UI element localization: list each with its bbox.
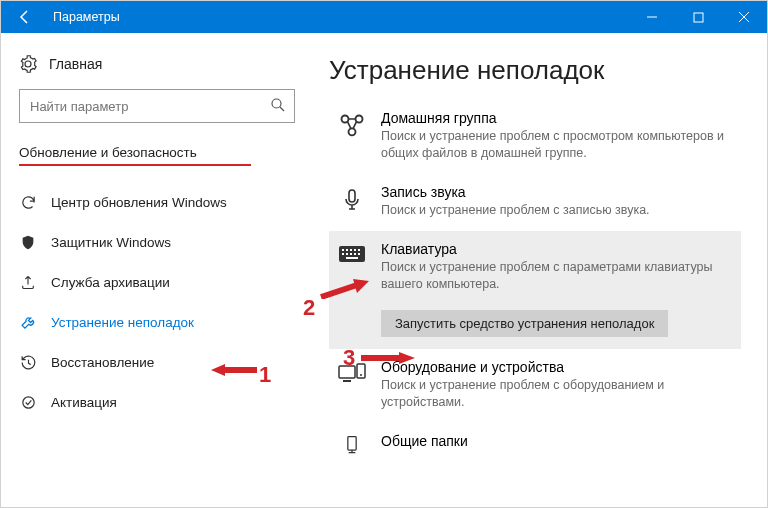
microphone-icon xyxy=(337,186,367,216)
svg-point-6 xyxy=(22,396,33,407)
tile-title: Запись звука xyxy=(381,184,729,200)
wrench-icon xyxy=(19,314,37,331)
tile-title: Оборудование и устройства xyxy=(381,359,729,375)
svg-rect-16 xyxy=(358,249,360,251)
home-label: Главная xyxy=(49,56,102,72)
sync-icon xyxy=(19,194,37,211)
annotation-3: 3 xyxy=(343,345,355,371)
svg-rect-14 xyxy=(350,249,352,251)
titlebar: Параметры xyxy=(1,1,767,33)
svg-rect-21 xyxy=(358,253,360,255)
nav-activation[interactable]: Активация xyxy=(19,382,295,422)
svg-rect-12 xyxy=(342,249,344,251)
svg-line-30 xyxy=(321,285,357,297)
svg-rect-22 xyxy=(346,257,358,259)
annotation-arrow-3 xyxy=(359,350,415,366)
tile-desc: Поиск и устранение проблем с просмотром … xyxy=(381,128,729,162)
svg-rect-17 xyxy=(342,253,344,255)
svg-marker-29 xyxy=(211,364,225,376)
nav-label: Восстановление xyxy=(51,355,154,370)
annotation-underline xyxy=(19,164,251,166)
search-box[interactable] xyxy=(19,89,295,123)
svg-rect-27 xyxy=(348,437,356,450)
homegroup-icon xyxy=(337,112,367,142)
svg-rect-24 xyxy=(343,380,351,382)
tile-title: Общие папки xyxy=(381,433,729,449)
tile-homegroup[interactable]: Домашняя группа Поиск и устранение пробл… xyxy=(329,100,741,174)
minimize-button[interactable] xyxy=(629,1,675,33)
nav-windows-update[interactable]: Центр обновления Windows xyxy=(19,182,295,222)
svg-point-9 xyxy=(349,128,356,135)
tile-audio-record[interactable]: Запись звука Поиск и устранение проблем … xyxy=(329,174,741,231)
maximize-button[interactable] xyxy=(675,1,721,33)
sidebar: Главная Обновление и безопасность Центр … xyxy=(1,33,309,507)
backup-icon xyxy=(19,274,37,291)
svg-rect-19 xyxy=(350,253,352,255)
gear-icon xyxy=(19,55,37,73)
nav-label: Служба архивации xyxy=(51,275,170,290)
nav-troubleshoot[interactable]: Устранение неполадок xyxy=(19,302,295,342)
run-troubleshooter-button[interactable]: Запустить средство устранения неполадок xyxy=(381,310,668,337)
svg-rect-1 xyxy=(694,13,703,22)
section-title: Обновление и безопасность xyxy=(19,145,295,160)
close-button[interactable] xyxy=(721,1,767,33)
svg-marker-33 xyxy=(399,352,415,364)
nav-label: Центр обновления Windows xyxy=(51,195,227,210)
svg-line-5 xyxy=(280,107,284,111)
search-icon xyxy=(270,97,286,113)
nav-label: Активация xyxy=(51,395,117,410)
tile-keyboard[interactable]: Клавиатура Поиск и устранение проблем с … xyxy=(329,231,741,350)
window-title: Параметры xyxy=(49,10,120,24)
annotation-1: 1 xyxy=(259,362,271,388)
history-icon xyxy=(19,354,37,371)
back-button[interactable] xyxy=(1,1,49,33)
window-buttons xyxy=(629,1,767,33)
tile-desc: Поиск и устранение проблем с оборудовани… xyxy=(381,377,729,411)
svg-point-26 xyxy=(360,374,362,376)
shared-folders-icon xyxy=(337,435,367,465)
annotation-arrow-2 xyxy=(317,279,369,299)
page-heading: Устранение неполадок xyxy=(329,55,741,86)
svg-marker-31 xyxy=(353,279,369,293)
tile-desc: Поиск и устранение проблем с параметрами… xyxy=(381,259,729,293)
nav-defender[interactable]: Защитник Windows xyxy=(19,222,295,262)
activation-icon xyxy=(19,394,37,411)
svg-rect-15 xyxy=(354,249,356,251)
nav-backup[interactable]: Служба архивации xyxy=(19,262,295,302)
tile-title: Клавиатура xyxy=(381,241,729,257)
body: Главная Обновление и безопасность Центр … xyxy=(1,33,767,507)
svg-rect-20 xyxy=(354,253,356,255)
nav-label: Устранение неполадок xyxy=(51,315,194,330)
annotation-arrow-1 xyxy=(211,362,259,378)
shield-icon xyxy=(19,234,37,251)
settings-window: Параметры Главная xyxy=(0,0,768,508)
tile-title: Домашняя группа xyxy=(381,110,729,126)
tile-desc: Поиск и устранение проблем с записью зву… xyxy=(381,202,729,219)
svg-rect-13 xyxy=(346,249,348,251)
keyboard-icon xyxy=(337,243,367,273)
svg-point-4 xyxy=(272,99,281,108)
search-input[interactable] xyxy=(28,98,262,115)
home-nav[interactable]: Главная xyxy=(19,55,295,73)
annotation-2: 2 xyxy=(303,295,315,321)
svg-rect-18 xyxy=(346,253,348,255)
nav-label: Защитник Windows xyxy=(51,235,171,250)
main-content: Устранение неполадок Домашняя группа Пои… xyxy=(309,33,767,507)
svg-rect-10 xyxy=(349,190,355,202)
tile-shared-folders[interactable]: Общие папки xyxy=(329,423,741,465)
